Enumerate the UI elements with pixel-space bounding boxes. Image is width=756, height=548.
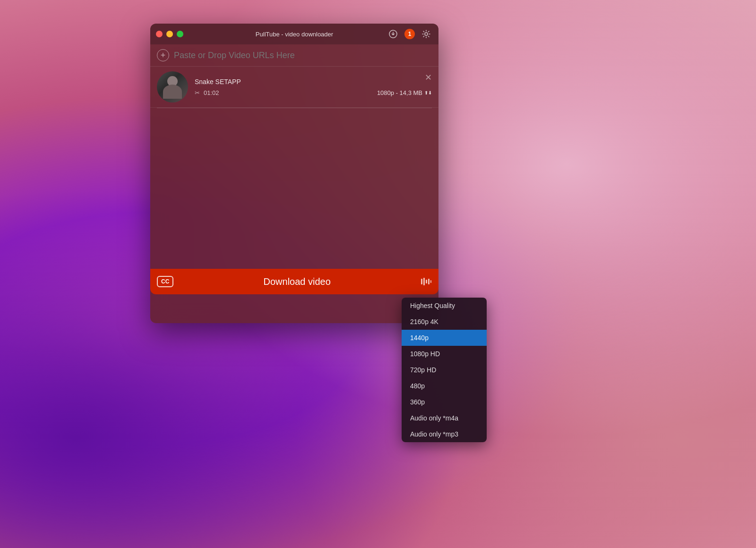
download-button[interactable]: Download video	[179, 276, 415, 287]
video-duration: 01:02	[204, 89, 219, 96]
svg-point-1	[425, 33, 428, 35]
content-area	[150, 108, 438, 269]
titlebar: PullTube - video downloader 1	[150, 24, 438, 44]
video-thumbnail	[157, 71, 188, 103]
scissors-icon: ✂	[195, 89, 200, 96]
video-item: Snake SETAPP ✂ 01:02 1080p - 14,3 MB ⬆⬇ …	[150, 67, 438, 108]
dropdown-item-audioM4a[interactable]: Audio only *m4a	[402, 410, 487, 426]
cc-button[interactable]: CC	[157, 276, 173, 287]
add-url-button[interactable]: +	[157, 49, 169, 61]
fps-button[interactable]	[421, 277, 432, 286]
url-bar: +	[150, 44, 438, 67]
svg-rect-2	[421, 279, 422, 284]
pulltube-window: PullTube - video downloader 1 +	[150, 24, 438, 323]
svg-rect-6	[430, 280, 431, 283]
settings-icon-button[interactable]	[420, 27, 433, 41]
thumbnail-image	[157, 71, 188, 103]
quality-dropdown: Highest Quality2160p 4K1440p1080p HD720p…	[402, 298, 487, 442]
dropdown-item-1440p[interactable]: 1440p	[402, 330, 487, 346]
dropdown-item-2160p4k[interactable]: 2160p 4K	[402, 314, 487, 330]
window-title: PullTube - video downloader	[256, 31, 333, 38]
quality-selector[interactable]: 1080p - 14,3 MB ⬆⬇	[377, 89, 432, 96]
svg-rect-3	[423, 278, 425, 285]
url-input[interactable]	[174, 51, 432, 60]
dropdown-item-360p[interactable]: 360p	[402, 394, 487, 410]
dropdown-item-highest[interactable]: Highest Quality	[402, 298, 487, 314]
bottom-bar: CC Download video	[150, 269, 438, 294]
download-icon-button[interactable]	[387, 27, 400, 41]
video-title: Snake SETAPP	[195, 78, 432, 86]
video-info: Snake SETAPP ✂ 01:02 1080p - 14,3 MB ⬆⬇	[195, 78, 432, 96]
quality-value: 1080p - 14,3 MB	[377, 89, 422, 96]
video-meta: ✂ 01:02 1080p - 14,3 MB ⬆⬇	[195, 89, 432, 96]
window-body: + Snake SETAPP ✂ 01:02 1080p - 14,3 MB ⬆…	[150, 44, 438, 323]
dropdown-item-audioMp3[interactable]: Audio only *mp3	[402, 426, 487, 442]
dropdown-item-1080phd[interactable]: 1080p HD	[402, 346, 487, 362]
maximize-button[interactable]	[177, 31, 183, 37]
dropdown-item-480p[interactable]: 480p	[402, 378, 487, 394]
titlebar-icons: 1	[387, 27, 433, 41]
notification-badge[interactable]: 1	[404, 29, 415, 39]
close-video-button[interactable]: ✕	[425, 72, 432, 83]
dropdown-item-720phd[interactable]: 720p HD	[402, 362, 487, 378]
minimize-button[interactable]	[166, 31, 173, 37]
svg-rect-5	[428, 279, 430, 284]
close-button[interactable]	[156, 31, 163, 37]
svg-rect-4	[426, 280, 427, 283]
traffic-lights	[156, 31, 183, 37]
quality-chevron-icon: ⬆⬇	[424, 90, 432, 95]
